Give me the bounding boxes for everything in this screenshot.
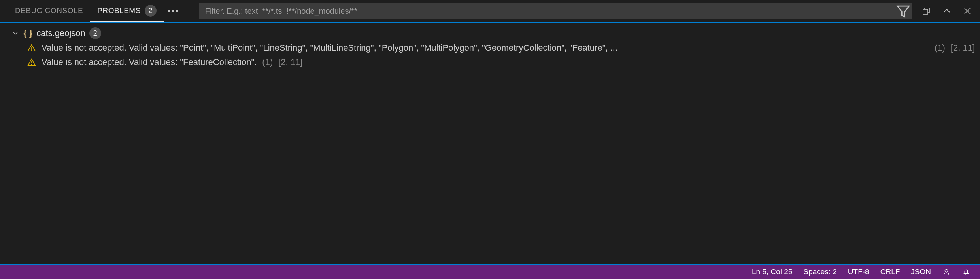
problems-body: { } cats.geojson 2 Value is not accepted… xyxy=(0,22,980,265)
problem-count: (1) xyxy=(262,57,273,67)
tab-debug-console[interactable]: DEBUG CONSOLE xyxy=(8,0,90,22)
problem-location: [2, 11] xyxy=(278,57,302,67)
tab-label: PROBLEMS xyxy=(97,6,141,15)
problem-row[interactable]: Value is not accepted. Valid values: "Po… xyxy=(0,41,980,55)
problems-count-badge: 2 xyxy=(145,5,157,17)
filter-icon xyxy=(895,2,912,20)
more-views-button[interactable]: ••• xyxy=(164,0,183,22)
svg-point-5 xyxy=(945,270,948,272)
chevron-up-icon xyxy=(942,6,952,16)
filter-container xyxy=(199,3,912,19)
tab-problems[interactable]: PROBLEMS 2 xyxy=(90,0,164,22)
close-icon xyxy=(963,6,972,16)
status-text: UTF-8 xyxy=(848,268,869,276)
twistie-expanded[interactable] xyxy=(11,29,19,37)
panel: DEBUG CONSOLE PROBLEMS 2 ••• xyxy=(0,0,980,279)
problem-message: Value is not accepted. Valid values: "Fe… xyxy=(42,57,257,67)
status-text: Ln 5, Col 25 xyxy=(752,268,792,276)
svg-rect-0 xyxy=(923,9,928,14)
status-ln-col[interactable]: Ln 5, Col 25 xyxy=(746,265,798,279)
status-spaces[interactable]: Spaces: 2 xyxy=(798,265,842,279)
tab-label: DEBUG CONSOLE xyxy=(15,6,83,15)
status-feedback[interactable] xyxy=(937,265,956,279)
problem-count: (1) xyxy=(935,43,945,53)
json-file-icon: { } xyxy=(23,28,32,38)
problem-location: [2, 11] xyxy=(951,43,975,53)
file-name: cats.geojson xyxy=(36,28,85,38)
restore-panel-button[interactable] xyxy=(917,2,936,20)
filter-icon-button[interactable] xyxy=(895,3,912,19)
panel-tabbar: DEBUG CONSOLE PROBLEMS 2 ••• xyxy=(0,0,980,22)
warning-icon xyxy=(27,44,36,52)
collapse-panel-button[interactable] xyxy=(937,2,956,20)
problem-row[interactable]: Value is not accepted. Valid values: "Fe… xyxy=(0,55,980,69)
svg-point-2 xyxy=(31,50,32,50)
status-text: JSON xyxy=(911,268,931,276)
svg-point-4 xyxy=(31,64,32,65)
feedback-icon xyxy=(942,268,951,276)
close-panel-button[interactable] xyxy=(958,2,977,20)
file-problem-count-badge: 2 xyxy=(89,27,101,39)
chevron-down-icon xyxy=(11,29,19,37)
status-eol[interactable]: CRLF xyxy=(875,265,906,279)
filter-input[interactable] xyxy=(199,3,895,19)
restore-icon xyxy=(921,6,931,16)
ellipsis-icon: ••• xyxy=(168,6,179,16)
status-text: Spaces: 2 xyxy=(803,268,837,276)
warning-icon xyxy=(27,58,36,66)
status-encoding[interactable]: UTF-8 xyxy=(842,265,875,279)
file-row[interactable]: { } cats.geojson 2 xyxy=(0,26,980,41)
panel-actions xyxy=(917,2,977,20)
statusbar: Ln 5, Col 25 Spaces: 2 UTF-8 CRLF JSON xyxy=(0,265,980,279)
bell-icon xyxy=(962,268,971,276)
status-notifications[interactable] xyxy=(956,265,976,279)
status-language[interactable]: JSON xyxy=(905,265,937,279)
status-text: CRLF xyxy=(880,268,900,276)
problem-message: Value is not accepted. Valid values: "Po… xyxy=(42,43,929,53)
